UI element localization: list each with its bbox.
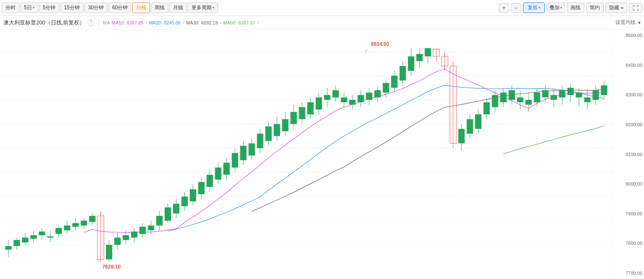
- settings-label[interactable]: 设置均线: [615, 19, 636, 26]
- price-tick: 8300.00: [615, 92, 642, 97]
- chart-main[interactable]: [0, 29, 612, 279]
- sep-1: [98, 19, 99, 27]
- price-tick: 7700.00: [615, 271, 642, 276]
- btn-yincang[interactable]: 隐藏⇒: [605, 3, 627, 13]
- ma10-value: 8287.85: [127, 20, 144, 25]
- btn-5ri[interactable]: 5日▾: [20, 3, 38, 13]
- btn-weekly[interactable]: 周线: [151, 3, 168, 13]
- chevron-down-icon-3: ▾: [539, 6, 540, 10]
- ma-indicators: MA MA10: 8287.85 ↑ MA20: 8245.06 ↑ MA30:…: [103, 20, 259, 25]
- ma60-label: MA60:: [223, 20, 237, 25]
- btn-fuquan[interactable]: 复权▾: [523, 3, 545, 13]
- btn-huaxian[interactable]: 画线: [567, 3, 584, 13]
- btn-monthly[interactable]: 月线: [169, 3, 187, 13]
- ma20-direction: ↑: [182, 20, 184, 25]
- btn-60min[interactable]: 60分钟: [108, 3, 131, 13]
- price-tick: 8200.00: [615, 122, 642, 127]
- btn-fenshi[interactable]: 分时: [2, 3, 19, 13]
- toolbar: 分时 5日▾ 5分钟 15分钟 30分钟 60分钟 日线 周线 月线 更多周期▾…: [0, 0, 644, 16]
- infobar: 澳大利亚标普200（日线,前复权） ? MA MA10: 8287.85 ↑ M…: [0, 16, 644, 29]
- btn-30min[interactable]: 30分钟: [84, 3, 108, 13]
- question-icon[interactable]: ?: [87, 19, 94, 26]
- btn-more-periods[interactable]: 更多周期▾: [188, 3, 218, 13]
- chevron-down-icon: ▾: [33, 6, 34, 10]
- btn-fullscreen[interactable]: ⛶: [629, 3, 642, 13]
- price-tick: 8000.00: [615, 181, 642, 186]
- btn-15min[interactable]: 15分钟: [60, 3, 83, 13]
- ma20-label: MA20:: [149, 20, 162, 25]
- btn-minus[interactable]: −: [511, 3, 521, 13]
- expand-icon: ⇒: [620, 5, 623, 10]
- ma60-value: 8287.37: [238, 20, 255, 25]
- btn-daily[interactable]: 日线: [132, 3, 150, 13]
- ma30-direction: ↓: [220, 20, 222, 25]
- price-tick: 8400.00: [615, 63, 642, 68]
- price-tick: 7900.00: [615, 211, 642, 216]
- chevron-down-icon-4: ▾: [560, 6, 562, 10]
- btn-jianyue[interactable]: 简约: [586, 3, 604, 13]
- ma30-label: MA30:: [186, 20, 200, 25]
- btn-5min[interactable]: 5分钟: [39, 3, 60, 13]
- chart-container: 8500.008400.008300.008200.008100.008000.…: [0, 29, 644, 279]
- price-tick: 8500.00: [615, 33, 642, 38]
- gear-icon[interactable]: ▾: [638, 20, 641, 26]
- toolbar-right: + − 复权▾ 叠加▾ 画线 简约 隐藏⇒ ⛶: [499, 3, 642, 13]
- ma10-direction: ↑: [145, 20, 147, 25]
- price-axis: 8500.008400.008300.008200.008100.008000.…: [612, 29, 644, 279]
- chart-title: 澳大利亚标普200（日线,前复权）: [3, 19, 85, 27]
- ma10-label: MA10:: [112, 20, 125, 25]
- chevron-down-icon-2: ▾: [213, 6, 214, 10]
- ma30-value: 8282.19: [201, 20, 218, 25]
- price-tick: 7800.00: [615, 241, 642, 246]
- ma-label: MA: [103, 20, 110, 25]
- ma20-value: 8245.06: [164, 20, 181, 25]
- candlestick-chart[interactable]: [0, 29, 612, 279]
- price-tick: 8100.00: [615, 152, 642, 157]
- btn-plus[interactable]: +: [499, 3, 509, 13]
- ma60-direction: ↑: [257, 20, 259, 25]
- btn-diejia[interactable]: 叠加▾: [547, 3, 565, 13]
